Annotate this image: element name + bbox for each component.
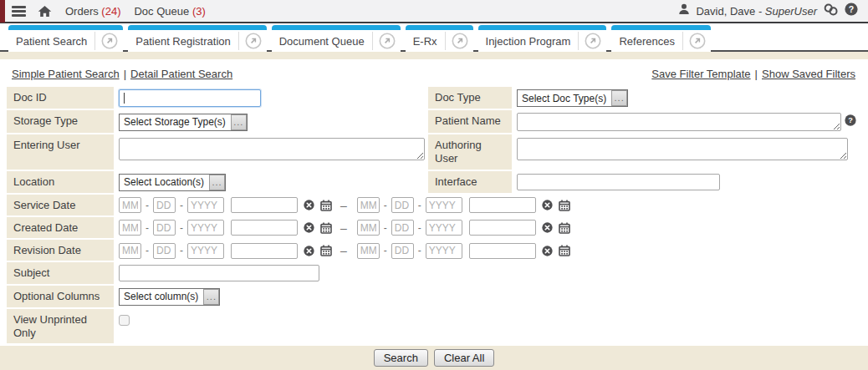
open-in-new-icon[interactable] [585,33,601,49]
app-page: Orders (24) Doc Queue (3) David, Dave - … [0,0,868,370]
location-select[interactable]: Select Location(s)... [119,174,226,191]
optional-columns-ellipsis-button[interactable]: ... [203,289,219,305]
revision-date-to-day-input[interactable] [391,243,414,259]
doc-id-input[interactable] [119,89,261,107]
created-date-from-day-input[interactable] [153,220,176,236]
optional-columns-select[interactable]: Select column(s)... [119,288,220,306]
tab-patient-registration[interactable]: Patient Registration [128,25,266,52]
service-date-to-year-input[interactable] [426,197,462,213]
revision-date-from-day-input[interactable] [153,243,176,259]
service-date-to-day-input[interactable] [391,197,414,213]
created-date-from-calendar-icon[interactable] [320,222,332,234]
open-in-new-icon[interactable] [245,33,262,49]
show-saved-filters-link[interactable]: Show Saved Filters [762,68,855,80]
revision-date-to-clear-icon[interactable] [542,246,553,256]
created-date-to-clear-icon[interactable] [542,222,553,233]
date-dash: - [418,245,421,256]
view-unprinted-only-checkbox[interactable] [119,315,130,326]
revision-date-to-month-input[interactable] [357,243,380,259]
open-in-new-icon[interactable] [689,33,706,49]
service-date-to-calendar-icon[interactable] [559,200,570,211]
tab-label: Patient Search [16,35,87,48]
tab-injection-program[interactable]: Injection Program [478,25,607,52]
left-accent-strip [0,0,5,23]
patient-name-label: Patient Name [428,110,512,133]
view-unprinted-only-label: View Unprinted Only [7,309,114,344]
open-in-new-icon[interactable] [379,33,396,49]
revision-date-from-time-input[interactable] [231,243,298,259]
form-row-view-unprinted: View Unprinted Only [0,309,868,344]
authoring-user-label: Authoring User [428,134,512,170]
entering-user-input[interactable] [119,138,425,160]
home-icon[interactable] [38,5,52,18]
created-date-from-clear-icon[interactable] [304,222,314,233]
date-range-separator: – [340,244,347,257]
patient-name-input[interactable] [517,113,841,131]
revision-date-to-time-input[interactable] [469,243,536,259]
service-date-from-month-input[interactable] [119,197,141,213]
clear-all-button[interactable]: Clear All [434,349,494,367]
service-date-from-day-input[interactable] [153,197,176,213]
help-icon[interactable]: ? [845,3,858,19]
created-date-to-calendar-icon[interactable] [559,222,570,234]
created-date-to-day-input[interactable] [391,220,414,236]
revision-date-from-clear-icon[interactable] [304,246,314,256]
service-date-to-clear-icon[interactable] [542,200,553,210]
date-dash: - [418,222,421,234]
storage-type-select[interactable]: Select Storage Type(s)... [119,114,248,131]
created-date-from-month-input[interactable] [119,220,141,236]
date-dash: - [384,245,387,256]
saved-filter-links: Save Filter Template|Show Saved Filters [651,68,855,80]
service-date-from-year-input[interactable] [187,197,224,213]
nav-orders[interactable]: Orders (24) [65,5,120,18]
link-icon[interactable] [823,3,839,19]
authoring-user-input[interactable] [517,138,848,160]
open-in-new-icon[interactable] [101,33,118,49]
search-button[interactable]: Search [374,349,428,367]
hamburger-menu-icon[interactable] [12,6,26,17]
detail-patient-search-link[interactable]: Detail Patient Search [130,68,232,80]
service-date-to-month-input[interactable] [357,197,380,213]
tab-document-queue[interactable]: Document Queue [272,25,401,52]
tab-patient-search[interactable]: Patient Search [8,25,123,52]
date-dash: - [418,200,421,211]
open-in-new-icon[interactable] [452,33,468,49]
revision-date-to-calendar-icon[interactable] [559,245,570,256]
text-caret [124,93,125,104]
service-date-to-time-input[interactable] [469,197,536,213]
save-filter-template-link[interactable]: Save Filter Template [651,68,750,80]
user-role-text: SuperUser [765,5,817,18]
tab-references[interactable]: References [611,25,710,52]
form-row-storage-patient: Storage Type Select Storage Type(s)... P… [0,110,868,133]
created-date-from-year-input[interactable] [187,220,224,236]
subject-input[interactable] [119,265,319,281]
tab-label: References [619,35,674,48]
created-date-to-year-input[interactable] [426,220,462,236]
simple-patient-search-link[interactable]: Simple Patient Search [12,68,120,80]
doc-type-select[interactable]: Select Doc Type(s)... [517,89,628,107]
revision-date-from-month-input[interactable] [119,243,141,259]
form-row-doc: Doc ID Doc Type Select Doc Type(s)... [0,87,868,109]
created-date-to-time-input[interactable] [469,220,536,236]
created-date-from-time-input[interactable] [231,220,298,236]
service-date-from-clear-icon[interactable] [304,200,314,210]
form-row-service-date: Service Date -- – -- [0,195,868,215]
service-date-from-time-input[interactable] [231,197,298,213]
service-date-from-calendar-icon[interactable] [320,200,332,211]
header-right-group: David, Dave - SuperUser ? [678,3,868,19]
subject-label: Subject [7,262,114,283]
form-row-users: Entering User Authoring User [0,134,868,170]
patient-name-help-icon[interactable]: ? [845,114,856,129]
storage-type-ellipsis-button[interactable]: ... [231,114,247,130]
location-ellipsis-button[interactable]: ... [209,175,225,190]
interface-input[interactable] [517,174,720,190]
current-user[interactable]: David, Dave - SuperUser [696,5,817,18]
revision-date-to-year-input[interactable] [426,243,462,259]
doc-type-ellipsis-button[interactable]: ... [611,90,627,106]
nav-doc-queue[interactable]: Doc Queue (3) [134,5,205,18]
created-date-label: Created Date [7,217,114,238]
revision-date-from-calendar-icon[interactable] [320,245,332,256]
created-date-to-month-input[interactable] [357,220,380,236]
revision-date-from-year-input[interactable] [187,243,224,259]
tab-e-rx[interactable]: E-Rx [406,25,473,52]
